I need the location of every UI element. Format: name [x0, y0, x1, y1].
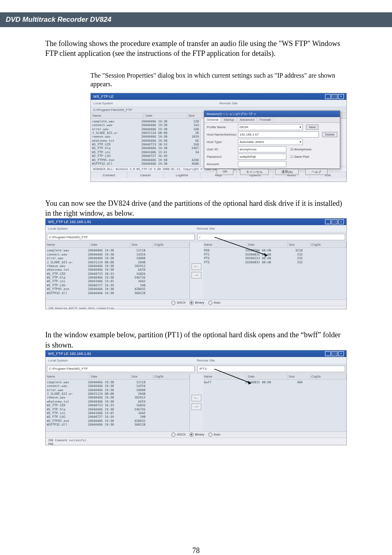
mode-binary[interactable]: Binary	[189, 433, 204, 437]
list-item[interactable]: J_SLADE_021.w~20031124 08:082048	[47, 392, 188, 396]
list-item[interactable]: whatsnew.txt20040406 19:3866	[92, 139, 199, 143]
mode-auto[interactable]: Auto	[208, 433, 220, 437]
window-buttons[interactable]: _□×	[324, 94, 344, 99]
ok-button[interactable]: OK	[217, 169, 234, 175]
local-path-field[interactable]: C:\Program Files\WS_FTP	[47, 234, 195, 240]
list-item[interactable]: WS_FTP95.exe20040406 19:38428032	[47, 287, 188, 291]
window-title: WS_FTP LE 192.168.1.81	[48, 220, 91, 224]
password-field[interactable]: wsftp605@	[238, 154, 286, 160]
list-item[interactable]: whatsnew.txt20040406 19:386659	[47, 268, 188, 272]
close-icon[interactable]: ×	[338, 219, 344, 224]
col-name: Name	[46, 242, 90, 247]
local-file-list[interactable]: complete.wav20040406 19:3812118connect.w…	[46, 380, 189, 431]
list-item[interactable]: WS_FTP.LOG20040727 16:39198	[47, 415, 188, 419]
tab-advanced[interactable]: Advanced	[237, 117, 257, 122]
col-date: Date	[90, 242, 130, 247]
window-buttons[interactable]: _□×	[324, 351, 344, 356]
col-size: Size	[130, 242, 153, 247]
cancel-button[interactable]: Cancel	[127, 172, 164, 178]
delete-button[interactable]: Delete	[322, 132, 337, 137]
chevron-down-icon[interactable]: ▾	[300, 125, 301, 129]
mode-binary[interactable]: Binary	[189, 301, 204, 305]
path-row: C:\Program Files\WS_FTP /	[46, 233, 346, 242]
list-item[interactable]: connect.wav20040406 19:3814354	[47, 253, 188, 256]
transfer-left-button[interactable]: <--	[191, 395, 201, 401]
list-item[interactable]: WS_FTP.GID20040723 18:3316826	[47, 272, 188, 276]
list-item[interactable]: WS_FTP.LOG20040727 16:39198	[47, 283, 188, 287]
list-item[interactable]: WS_FTP.GID20040723 10:3316826	[47, 403, 188, 407]
list-item[interactable]: remove.wav20040406 19:381829	[92, 135, 199, 138]
list-item[interactable]: J_SLADE_021.w~20031124 08:0828	[92, 131, 199, 135]
window-buttons[interactable]: _□×	[324, 219, 344, 224]
list-item[interactable]: WS_FTP.hlp20040406 19:38246726	[47, 276, 188, 279]
list-item[interactable]: complete.wav20040406 19:3812118	[47, 380, 188, 384]
transfer-right-button[interactable]: -->	[191, 403, 201, 410]
list-item[interactable]: error.wav20040406 19:38108	[92, 127, 199, 131]
list-item[interactable]: WS_FTP.LOG20040727 16:39	[92, 154, 199, 158]
minimize-icon[interactable]: _	[325, 94, 331, 99]
transfer-buttons: <-- -->	[190, 374, 203, 431]
list-item[interactable]: remove.wav20040406 19:38182912	[47, 396, 188, 399]
list-item[interactable]: remove.wav20040406 19:38182912	[47, 264, 188, 268]
save-pwd-checkbox[interactable]: ☐ Save Pwd	[291, 155, 309, 159]
minimize-icon[interactable]: _	[325, 351, 331, 356]
remote-site-label: Remote Site	[219, 101, 238, 105]
list-item[interactable]: WSFTP32.dll20040406 19:383680	[92, 162, 199, 166]
maximize-icon[interactable]: □	[332, 351, 337, 356]
list-item[interactable]: WS_FTP95.exe20040406 19:38428032	[47, 419, 188, 423]
list-item[interactable]: error.wav20040406 19:3810008	[47, 256, 188, 260]
list-item[interactable]: J_SLADE_021.w~20031124 08:082048	[47, 260, 188, 264]
list-item[interactable]: WS_FTP.hlp20040406 19:382467	[92, 146, 199, 150]
user-id-field[interactable]: anonymous	[238, 146, 286, 152]
dialog-tabs[interactable]: General Startup Advanced Firewall	[204, 117, 340, 123]
profile-name-field[interactable]: DESK▾	[238, 124, 303, 130]
tab-firewall[interactable]: Firewall	[257, 117, 274, 122]
apply-button[interactable]: 適用(A)	[275, 169, 299, 175]
mode-ascii[interactable]: ASCII	[171, 433, 185, 437]
col-date: Date	[144, 113, 187, 118]
logwnd-button[interactable]: LogWnd	[164, 172, 201, 178]
status-log: 200 Command successful. PWD 257 "/PT1/" …	[46, 438, 346, 445]
list-item[interactable]: connect.wav20040406 19:3814354	[47, 384, 188, 388]
host-name-field[interactable]: 192.168.1.67	[238, 131, 319, 138]
list-item[interactable]: error.wav20040406 19:3810008	[47, 388, 188, 392]
list-item[interactable]: WS_FTP.hlp20040406 19:38246726	[47, 408, 188, 411]
paragraph-3: In the window example below, partition (…	[45, 330, 347, 350]
local-file-list[interactable]: complete.wav20040406 19:38128connect.wav…	[91, 119, 201, 167]
mode-ascii[interactable]: ASCII	[171, 301, 185, 305]
list-item[interactable]: whatsnew.txt20040406 19:386659	[47, 400, 188, 403]
new-button[interactable]: New	[306, 124, 318, 130]
local-path-field[interactable]: C:\Program Files\WS_FTP	[47, 366, 195, 372]
list-item[interactable]: WS_FTP.GID20040723 18:33168	[92, 143, 199, 146]
list-item[interactable]: WS_FTP.ini20041006 13:453442	[47, 411, 188, 415]
connect-button[interactable]: Connect	[91, 172, 127, 178]
transfer-left-button[interactable]: <--	[191, 263, 201, 270]
list-item[interactable]: WS_FTP95.exe20040406 19:384200	[92, 158, 199, 162]
account-field[interactable]	[238, 161, 286, 167]
list-item[interactable]: connect.wav20040406 19:38143	[92, 123, 199, 127]
cancel-button[interactable]: キャンセル	[240, 169, 269, 175]
list-item[interactable]: WSFTP32.dll20040406 19:38368128	[47, 291, 188, 295]
tab-startup[interactable]: Startup	[221, 117, 237, 122]
list-item[interactable]: WS_FTP.ini20041006 13:453442	[47, 279, 188, 283]
col-size: Size	[288, 374, 310, 379]
list-item[interactable]: complete.wav20040406 19:3812118	[47, 249, 188, 252]
close-icon[interactable]: ×	[338, 351, 344, 356]
list-item[interactable]: WSFTP32.dll20040406 19:38368128	[47, 423, 188, 426]
dialog-title: Session(セッション)のプロパティ	[204, 111, 340, 117]
close-icon[interactable]: ×	[338, 94, 344, 99]
help-button[interactable]: ヘルプ	[305, 169, 327, 175]
transfer-right-button[interactable]: -->	[191, 272, 201, 279]
list-item[interactable]: complete.wav20040406 19:38128	[92, 120, 199, 123]
maximize-icon[interactable]: □	[332, 219, 337, 224]
user-id-label: User ID:	[207, 147, 238, 151]
tab-general[interactable]: General	[204, 117, 221, 122]
mode-auto[interactable]: Auto	[208, 301, 220, 305]
anonymous-checkbox[interactable]: ☑ Anonymous	[291, 147, 311, 151]
host-type-field[interactable]: Automatic detect▾	[238, 139, 303, 145]
local-file-list[interactable]: complete.wav20040406 19:3812118connect.w…	[46, 248, 189, 299]
list-item[interactable]: WS_FTP.ini20041006 13:4134	[92, 150, 199, 154]
minimize-icon[interactable]: _	[325, 219, 331, 224]
maximize-icon[interactable]: □	[332, 94, 337, 99]
chevron-down-icon[interactable]: ▾	[300, 140, 301, 144]
